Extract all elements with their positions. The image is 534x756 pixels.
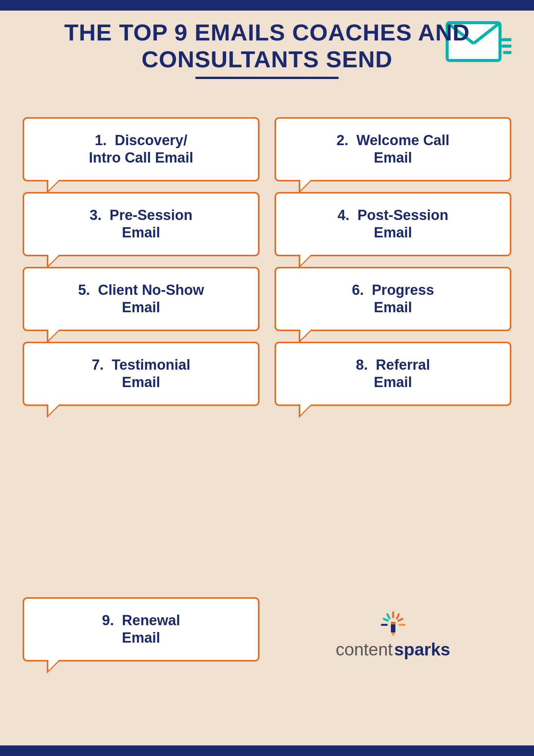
logo-area: contentsparks: [275, 597, 511, 662]
email-item-6: 6. ProgressEmail: [275, 267, 511, 331]
email-label-8: 8. ReferralEmail: [356, 356, 430, 391]
email-label-5: 5. Client No-ShowEmail: [78, 282, 204, 316]
email-label-1: 1. Discovery/Intro Call Email: [89, 132, 193, 166]
svg-line-8: [398, 619, 403, 621]
top-bar: [0, 0, 534, 11]
email-label-4: 4. Post-SessionEmail: [338, 207, 449, 241]
email-label-2: 2. Welcome CallEmail: [336, 132, 449, 166]
page-title: THE TOP 9 EMAILS COACHES AND CONSULTANTS…: [45, 19, 489, 73]
email-item-9: 9. RenewalEmail: [23, 597, 259, 662]
email-label-3: 3. Pre-SessionEmail: [90, 207, 192, 241]
title-underline: [195, 77, 339, 79]
email-item-4: 4. Post-SessionEmail: [275, 192, 511, 256]
email-label-7: 7. TestimonialEmail: [92, 356, 190, 391]
email-item-7: 7. TestimonialEmail: [23, 342, 259, 406]
logo-word-content: content: [336, 639, 393, 660]
logo-word-sparks: sparks: [394, 639, 450, 660]
svg-rect-15: [391, 622, 395, 624]
svg-marker-14: [391, 632, 395, 636]
bottom-bar: [0, 745, 534, 756]
page-header: THE TOP 9 EMAILS COACHES AND CONSULTANTS…: [0, 19, 534, 79]
email-item-2: 2. Welcome CallEmail: [275, 117, 511, 181]
svg-line-7: [397, 614, 399, 618]
email-item-5: 5. Client No-ShowEmail: [23, 267, 259, 331]
svg-line-9: [387, 614, 389, 618]
email-item-3: 3. Pre-SessionEmail: [23, 192, 259, 256]
svg-line-10: [384, 619, 388, 621]
contentsparks-logo: contentsparks: [336, 610, 450, 660]
email-item-8: 8. ReferralEmail: [275, 342, 511, 406]
email-label-6: 6. ProgressEmail: [352, 282, 434, 316]
email-item-1: 1. Discovery/Intro Call Email: [23, 117, 259, 181]
email-label-9: 9. RenewalEmail: [102, 612, 180, 646]
email-grid: 1. Discovery/Intro Call Email 2. Welcome…: [23, 117, 511, 406]
logo-text: contentsparks: [336, 639, 450, 660]
bottom-row: 9. RenewalEmail contentsparks: [23, 597, 511, 662]
